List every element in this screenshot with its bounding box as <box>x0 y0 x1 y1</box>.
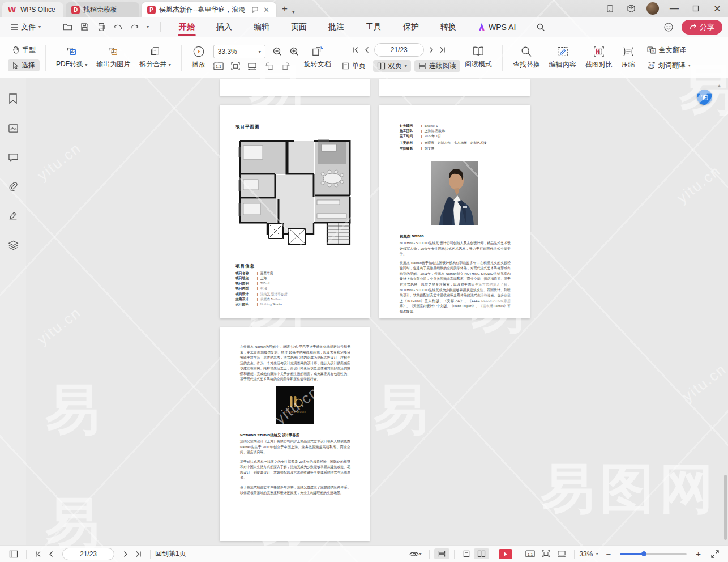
actual-size-icon[interactable]: 1:1 <box>213 62 224 70</box>
menu-protect[interactable]: 保护 <box>402 19 420 36</box>
single-page-toggle[interactable] <box>459 548 474 559</box>
minimize-button[interactable]: — <box>663 0 685 17</box>
read-mode-button[interactable]: 阅读模式 <box>460 44 496 71</box>
actual-size-button[interactable]: 1:1 <box>522 548 538 559</box>
maximize-button[interactable] <box>685 0 706 17</box>
zoom-out-icon[interactable] <box>272 46 282 57</box>
zoom-in-button[interactable]: + <box>692 547 704 560</box>
fit-page-button[interactable] <box>538 548 554 559</box>
fit-width-icon[interactable] <box>247 62 257 70</box>
chevron-down-icon[interactable]: ▾ <box>596 551 598 556</box>
menu-home[interactable]: 开始 <box>178 19 196 36</box>
chat-bubble-icon[interactable] <box>251 6 259 13</box>
new-tab-button[interactable]: + <box>276 3 292 17</box>
search-icon[interactable] <box>536 23 545 32</box>
3d-cube-icon[interactable] <box>620 0 642 17</box>
zoom-in-icon[interactable] <box>289 46 299 57</box>
view-options-eye-icon[interactable]: ▾ <box>406 549 425 559</box>
bookmark-icon[interactable] <box>8 93 18 104</box>
comment-icon[interactable] <box>8 152 19 162</box>
word-translate-button[interactable]: xA 划词翻译 ▾ <box>643 59 695 71</box>
save-icon[interactable] <box>80 23 89 31</box>
menu-page[interactable]: 页面 <box>290 19 308 36</box>
compress-button[interactable]: 压缩 <box>617 43 640 72</box>
undo-icon[interactable] <box>114 23 122 31</box>
back-to-first-page-link[interactable]: 回到第1页 <box>155 549 186 559</box>
scrollbar-thumb[interactable] <box>724 475 727 540</box>
more-quick-actions-chevron-icon[interactable]: ▾ <box>147 24 149 29</box>
close-tab-icon[interactable]: ✕ <box>262 6 271 14</box>
export-as-image-button[interactable]: 输出为图片 <box>92 44 135 71</box>
close-window-button[interactable]: ✕ <box>706 0 728 17</box>
single-page-button[interactable]: 单页 <box>338 60 370 72</box>
zoom-level-dropdown[interactable]: 33.3% ▾ <box>213 45 265 58</box>
double-page-toggle[interactable] <box>474 548 489 559</box>
chevron-down-icon: ▾ <box>85 62 87 67</box>
tab-wps-office[interactable]: W WPS Office <box>2 2 63 17</box>
rotate-right-icon[interactable] <box>281 62 291 70</box>
file-menu[interactable]: 文件 ▾ <box>6 22 45 32</box>
rotate-left-icon[interactable] <box>264 62 274 70</box>
full-text-translate-button[interactable]: A文 全文翻译 <box>643 44 695 56</box>
menu-convert[interactable]: 转换 <box>439 19 457 36</box>
rotate-document-button[interactable]: 旋转文档 <box>299 44 336 71</box>
status-zoom-value[interactable]: 33% <box>579 550 593 558</box>
layers-icon[interactable] <box>8 240 19 250</box>
zoom-slider-knob[interactable] <box>641 551 646 556</box>
pdf-convert-button[interactable]: PDF转换 ▾ <box>52 44 92 71</box>
print-icon[interactable] <box>97 23 106 31</box>
tab-document-active[interactable]: P 侯胤杰新作--嘉里华庭，浪漫 ✕ <box>142 2 276 17</box>
continuous-read-toggle[interactable] <box>434 548 449 559</box>
menu-edit[interactable]: 编辑 <box>252 19 271 36</box>
tab-docer-templates[interactable]: D 找稻壳模板 <box>66 2 139 17</box>
screenshot-compare-button[interactable]: 截图对比 <box>581 43 617 72</box>
next-page-icon[interactable] <box>429 46 434 53</box>
tab-list-chevron-icon[interactable]: ▾ <box>292 9 295 17</box>
fit-width-button[interactable] <box>554 548 569 559</box>
menu-tools[interactable]: 工具 <box>365 19 383 36</box>
open-folder-icon[interactable] <box>63 23 72 31</box>
select-tool-button[interactable]: 选择 <box>8 59 40 71</box>
mobile-view-icon[interactable] <box>599 0 620 17</box>
status-page-number-input[interactable] <box>62 548 114 560</box>
pdf-page-23[interactable]: 在侯胤杰 Nathan的理解中，所谓"法式"早已不止于标签化地规定符号和元素，更… <box>220 327 370 541</box>
menu-insert[interactable]: 插入 <box>215 19 233 36</box>
find-replace-button[interactable]: 查找替换 <box>508 43 545 72</box>
zoom-out-button[interactable]: − <box>602 547 614 560</box>
fullscreen-button[interactable] <box>708 548 722 560</box>
attachment-icon[interactable] <box>8 181 18 191</box>
split-merge-button[interactable]: 拆分合并 ▾ <box>135 44 175 71</box>
zoom-slider[interactable] <box>620 553 687 555</box>
previous-page-button[interactable] <box>45 549 57 559</box>
find-replace-icon <box>520 45 533 58</box>
next-page-button[interactable] <box>120 549 132 559</box>
pdf-page-21[interactable]: 项目平面图 <box>220 105 370 318</box>
scroll-up-arrow[interactable]: ▲ <box>717 83 722 88</box>
edit-content-button[interactable]: 编辑内容 <box>545 43 581 72</box>
play-button[interactable] <box>499 549 512 559</box>
last-page-icon[interactable] <box>439 46 446 53</box>
document-canvas[interactable]: 项目平面图 <box>26 78 728 545</box>
play-slideshow-button[interactable]: 播放 <box>187 43 210 72</box>
first-page-icon[interactable] <box>352 46 359 53</box>
signature-icon[interactable] <box>8 211 18 221</box>
pdf-page-22[interactable]: 灯光顾问|Sname-1 施工团队|上海筑.思装饰 完工时间|2023年 1月 … <box>379 105 530 318</box>
double-page-button[interactable]: 双页 ▾ <box>373 60 411 72</box>
thumbnail-icon[interactable] <box>8 124 19 133</box>
hand-tool-button[interactable]: 手型 <box>8 44 40 56</box>
previous-page-icon[interactable] <box>364 46 369 53</box>
first-page-button[interactable] <box>31 549 45 559</box>
page-panel-toggle-icon[interactable] <box>6 548 22 560</box>
page-number-input[interactable] <box>374 43 424 57</box>
pdf-to-word-floating-button[interactable] <box>697 90 712 105</box>
fit-page-icon[interactable] <box>231 62 240 70</box>
menu-wps-ai[interactable]: WPS AI <box>477 19 517 35</box>
last-page-button[interactable] <box>132 549 145 559</box>
sticker-icon[interactable] <box>663 22 674 32</box>
vertical-scrollbar[interactable] <box>723 78 727 545</box>
user-avatar[interactable] <box>646 2 659 15</box>
redo-icon[interactable] <box>130 23 139 31</box>
continuous-read-button[interactable]: 连续阅读 <box>414 60 460 72</box>
share-button[interactable]: 分享 <box>682 20 722 35</box>
menu-comment[interactable]: 批注 <box>327 19 345 36</box>
